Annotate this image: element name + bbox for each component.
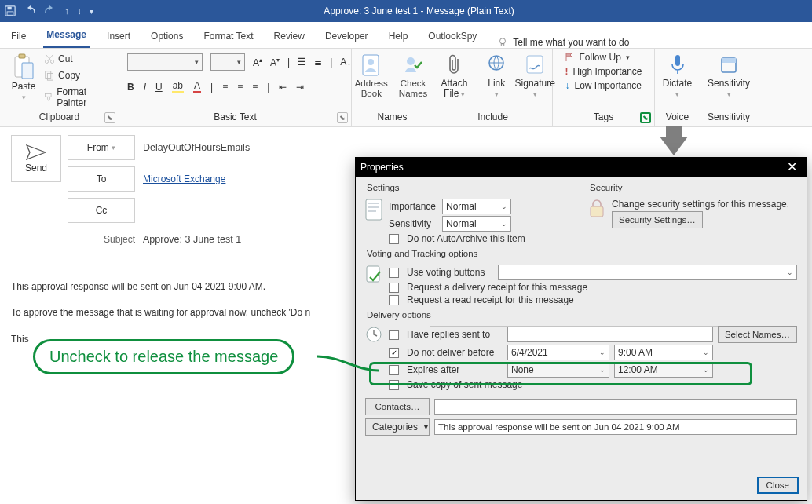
req-read-checkbox[interactable] [389,295,399,305]
undo-icon[interactable] [24,5,36,16]
cut-button[interactable]: Cut [44,53,111,64]
brush-icon [44,92,53,103]
to-value[interactable]: Microsoft Exchange [143,173,225,184]
have-replies-input[interactable] [507,327,713,342]
tab-review[interactable]: Review [271,26,308,48]
send-icon [26,144,46,160]
svg-rect-12 [46,93,52,97]
attach-file-button[interactable]: Attach File ▾ [433,52,476,100]
clipboard-dialog-launcher-icon[interactable]: ⬊ [104,112,115,123]
delivery-legend: Delivery options [365,310,436,320]
to-button[interactable]: To [68,166,135,192]
tab-options[interactable]: Options [148,26,186,48]
underline-icon[interactable]: U [155,82,163,93]
expires-time-select[interactable]: 12:00 AM⌄ [614,362,713,378]
font-color-icon[interactable]: A [193,80,201,93]
copy-button[interactable]: Copy [44,70,111,81]
cc-button[interactable]: Cc [68,198,135,223]
link-button[interactable]: Link▾ [481,52,512,100]
shrink-font-icon[interactable]: A▾ [270,57,280,68]
settings-icon [365,199,382,221]
importance-select[interactable]: Normal⌄ [442,199,511,214]
italic-icon[interactable]: I [144,82,146,93]
from-button[interactable]: From ▾ [68,135,135,160]
svg-rect-18 [675,55,680,66]
paste-label: Paste [12,81,36,92]
low-importance-button[interactable]: ↓ Low Importance [565,80,641,91]
align-center-icon[interactable]: ≡ [237,82,243,93]
sensitivity-value: Normal [446,218,477,229]
tags-dialog-launcher-icon[interactable]: ⬊ [640,112,651,123]
req-delivery-checkbox[interactable] [389,283,399,293]
format-painter-button[interactable]: Format Painter [44,86,111,108]
indent-decrease-icon[interactable]: ⇤ [279,82,287,93]
tab-help[interactable]: Help [386,26,411,48]
tab-developer[interactable]: Developer [322,26,371,48]
subject-label: Subject [68,234,135,245]
close-icon[interactable]: ✕ [782,161,802,173]
highlight-icon[interactable]: ab [172,80,184,93]
use-voting-checkbox[interactable] [389,268,399,278]
security-msg: Change security settings for this messag… [612,199,789,210]
align-left-icon[interactable]: ≡ [222,82,228,93]
align-right-icon[interactable]: ≡ [252,82,258,93]
sensitivity-select[interactable]: Normal⌄ [442,216,511,232]
sensitivity-button[interactable]: Sensitivity▾ [704,52,753,100]
font-size-select[interactable]: ▾ [210,53,245,71]
svg-rect-1 [8,7,12,10]
paste-button[interactable]: Paste▾ [8,52,39,104]
tab-outlookspy[interactable]: OutlookSpy [425,26,480,48]
dictate-button[interactable]: Dictate▾ [660,52,695,100]
contacts-input[interactable] [434,399,797,415]
close-button[interactable]: Close [757,477,799,494]
bold-icon[interactable]: B [127,82,134,93]
check-names-button[interactable]: Check Names [394,52,431,100]
save-copy-checkbox[interactable] [389,380,399,390]
arrow-up-icon[interactable]: ↑ [64,5,69,16]
dnd-label: Do not deliver before [407,347,503,358]
voting-buttons-select[interactable]: ⌄ [498,265,797,280]
no-autoarchive-checkbox[interactable] [389,234,399,244]
dialog-titlebar[interactable]: Properties ✕ [356,158,807,177]
tab-format-text[interactable]: Format Text [200,26,256,48]
copy-label: Copy [58,70,80,81]
dnd-date-value: 6/4/2021 [511,347,548,358]
dnd-time-select[interactable]: 9:00 AM⌄ [614,345,713,360]
security-settings-button[interactable]: Security Settings… [612,211,703,228]
save-copy-label: Save copy of sent message [407,379,522,390]
basic-text-dialog-launcher-icon[interactable]: ⬊ [337,112,348,123]
have-replies-checkbox[interactable] [389,330,399,340]
link-label: Link [488,78,505,89]
sort-icon[interactable]: A↓ [340,57,351,68]
mic-icon [669,53,686,77]
arrow-down-icon[interactable]: ↓ [77,5,82,16]
categories-button[interactable]: Categories▼ [365,418,430,436]
send-button[interactable]: Send [11,135,61,182]
indent-increase-icon[interactable]: ⇥ [296,82,304,93]
select-names-button[interactable]: Select Names… [718,326,797,343]
contacts-button[interactable]: Contacts… [365,398,430,415]
bullets-icon[interactable]: ☰ [298,57,306,68]
tell-me-search[interactable]: Tell me what you want to do [497,37,629,48]
dnd-date-select[interactable]: 6/4/2021⌄ [507,345,609,360]
tab-message[interactable]: Message [43,24,90,48]
redo-icon[interactable] [44,5,57,16]
svg-rect-23 [368,206,379,208]
categories-value[interactable]: This approval response will be sent on J… [434,419,797,435]
group-include: Attach File ▾ Link▾ Signature▾ Include [433,49,553,126]
high-importance-button[interactable]: ! High Importance [565,66,642,77]
grow-font-icon[interactable]: A▴ [253,57,262,68]
expires-checkbox[interactable] [389,365,399,375]
dnd-checkbox[interactable]: ✓ [389,348,399,358]
font-family-select[interactable]: ▾ [127,53,203,71]
subject-value[interactable]: Approve: 3 June test 1 [143,234,241,245]
save-icon[interactable] [5,5,16,16]
expires-date-select[interactable]: None⌄ [507,362,609,378]
signature-button[interactable]: Signature▾ [517,52,553,100]
numbering-icon[interactable]: ≣ [314,57,322,68]
tab-insert[interactable]: Insert [104,26,134,48]
address-book-button[interactable]: Address Book [353,52,390,100]
low-importance-label: Low Importance [574,80,641,91]
follow-up-button[interactable]: Follow Up▾ [565,52,629,63]
tab-file[interactable]: File [8,26,29,48]
